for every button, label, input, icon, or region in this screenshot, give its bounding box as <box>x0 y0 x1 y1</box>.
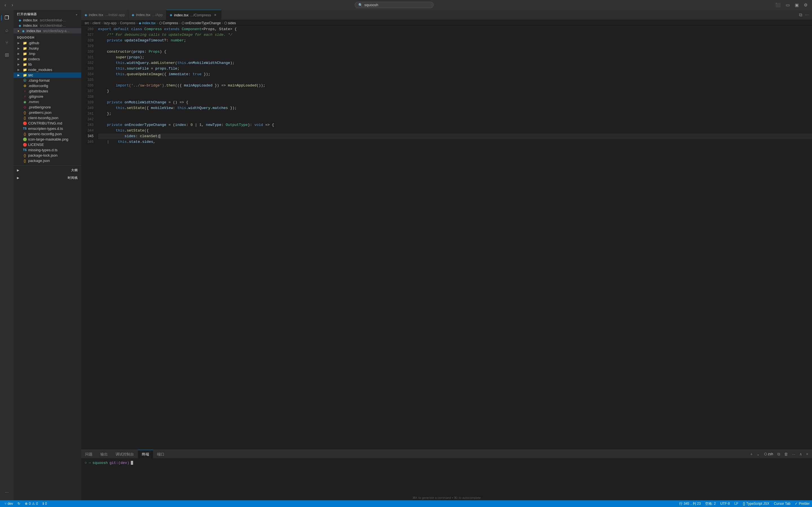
breadcrumb-sides[interactable]: ⬡ sides <box>224 21 236 25</box>
warning-count: 0 <box>36 502 38 506</box>
timeline-header[interactable]: ▶ 时间线 <box>13 173 81 181</box>
eol-status-item[interactable]: LF <box>732 500 741 507</box>
copy-icon: ❐ <box>4 15 9 21</box>
code-line: this.queueUpdateImage({ immediate: true … <box>98 71 812 77</box>
panel-tab-ports[interactable]: 端口 <box>153 450 168 458</box>
code-content[interactable]: export default class Compress extends Co… <box>96 26 812 450</box>
cursor-tab-status-item[interactable]: Cursor Tab <box>772 500 793 507</box>
tree-item-prettierrc[interactable]: {} .prettierrc.json <box>13 110 81 115</box>
titlebar-search[interactable]: 🔍 squoosh <box>355 2 434 8</box>
activity-explorer[interactable]: ❐ <box>1 12 12 23</box>
tree-item-generic-tsconfig[interactable]: {} generic-tsconfig.json <box>13 131 81 136</box>
panel-tab-output[interactable]: 输出 <box>96 450 112 458</box>
info-status-item[interactable]: ℹ 0 <box>40 500 49 507</box>
line-number: 343 <box>81 122 94 128</box>
tree-item-contributing[interactable]: 🔴 CONTRIBUTING.md <box>13 121 81 126</box>
tree-item-gitignore[interactable]: ⑂ .gitignore <box>13 94 81 99</box>
tree-item-src[interactable]: ▶ 📁 src <box>13 72 81 78</box>
code-line <box>98 77 812 83</box>
breadcrumb-compress-folder[interactable]: Compress <box>120 21 135 25</box>
open-editor-item[interactable]: ◈ index.tsx src/client/initial-... <box>13 23 81 28</box>
branch-status-item[interactable]: ⑂ dev <box>2 500 15 507</box>
panel-tab-problems[interactable]: 问题 <box>81 450 96 458</box>
add-terminal-button[interactable]: + <box>749 451 754 457</box>
collapse-icon: ⌄ <box>75 13 78 16</box>
folder-icon: 📁 <box>22 57 27 61</box>
spaces-status-item[interactable]: 空格: 2 <box>703 500 718 507</box>
more-actions-button[interactable]: ··· <box>804 11 810 18</box>
settings-button[interactable]: ⚙ <box>802 1 809 9</box>
tree-item-husky[interactable]: ▶ 📁 .husky <box>13 46 81 51</box>
tree-item-lib[interactable]: ▶ 📁 lib <box>13 62 81 67</box>
kill-terminal-button[interactable]: 🗑 <box>783 451 790 457</box>
panel-toggle-button[interactable]: ▣ <box>793 1 801 9</box>
sidebar-toggle-button[interactable]: ⬛ <box>774 1 782 9</box>
open-editor-item[interactable]: ◈ index.tsx src/client/initial-... <box>13 17 81 23</box>
tab-app[interactable]: ◈ index.tsx .../App <box>128 10 166 20</box>
line-col-status-item[interactable]: 行 345，列 23 <box>677 500 703 507</box>
tree-item-package-lock[interactable]: {} package-lock.json <box>13 153 81 158</box>
tab-compress[interactable]: ◈ index.tsx .../Compress × <box>166 10 221 20</box>
tree-item-nvmrc[interactable]: ◉ .nvmrc <box>13 99 81 105</box>
tree-item-github[interactable]: ▶ 📁 .github <box>13 40 81 46</box>
tree-item-missing-types[interactable]: TS missing-types.d.ts <box>13 147 81 153</box>
split-editor-button[interactable]: ⧉ <box>798 11 803 18</box>
panel-tab-terminal[interactable]: 终端 <box>138 450 153 458</box>
tree-item-node-modules[interactable]: ▶ 📁 node_modules <box>13 67 81 72</box>
open-editors-header[interactable]: 打开的编辑器 ⌄ <box>13 10 81 17</box>
sync-status-item[interactable]: ↻ <box>15 500 22 507</box>
tab-close-button[interactable]: × <box>213 12 218 17</box>
terminal-overflow-button[interactable]: ··· <box>791 451 797 457</box>
breadcrumb-client[interactable]: client <box>93 21 100 25</box>
close-panel-button[interactable]: × <box>805 451 810 457</box>
encoding-status-item[interactable]: UTF-8 <box>718 500 732 507</box>
sidebar-bottom: ▶ 大纲 ▶ 时间线 <box>13 166 81 181</box>
md-icon: 🔴 <box>22 121 27 125</box>
activity-search[interactable]: ⌕ <box>1 24 12 36</box>
activity-extensions[interactable]: ⊞ <box>1 49 12 61</box>
line-number: 335 <box>81 77 94 83</box>
tree-item-prettierignore[interactable]: ⊙ .prettierignore <box>13 105 81 110</box>
tree-item-editorconfig[interactable]: ⚙ .editorconfig <box>13 83 81 89</box>
breadcrumb-class[interactable]: ⬡ Compress <box>159 21 178 25</box>
tree-item-client-tsconfig[interactable]: {} client-tsconfig.json <box>13 115 81 121</box>
tree-item-codecs[interactable]: ▶ 📁 codecs <box>13 56 81 62</box>
breadcrumb-file[interactable]: ◈ index.tsx <box>139 21 156 25</box>
search-input[interactable]: squoosh <box>364 3 430 7</box>
breadcrumb-src[interactable]: src <box>85 21 89 25</box>
open-editor-item-active[interactable]: ● ◈ index.tsx src/client/lazy-a... <box>13 28 81 34</box>
tree-item-label: lib <box>28 62 32 66</box>
activity-source-control[interactable]: ⑂ <box>1 37 12 48</box>
panel-tab-actions: + ⌄ ⬡ zsh ⧉ 🗑 ··· ∧ × <box>749 451 812 457</box>
squoosh-section-header[interactable]: SQUOOSH <box>13 34 81 40</box>
tree-item-emscripten[interactable]: TS emscripten-types.d.ts <box>13 126 81 131</box>
split-terminal-button[interactable]: ⧉ <box>776 451 781 457</box>
forward-button[interactable]: › <box>10 1 15 9</box>
tree-item-gitattributes[interactable]: ⑂ .gitattributes <box>13 89 81 94</box>
tree-item-package[interactable]: {} package.json <box>13 158 81 163</box>
breadcrumb-method[interactable]: ⬡ onEncoderTypeChange <box>182 21 221 25</box>
line-number: 329 <box>81 43 94 49</box>
prettier-status-item[interactable]: ✓ Prettier <box>793 500 812 507</box>
nvmrc-icon: ◉ <box>22 100 27 104</box>
cursor-tab-text: Cursor Tab <box>774 502 790 506</box>
tree-item-clang[interactable]: ⦿ .clang-format <box>13 78 81 83</box>
maximize-panel-button[interactable]: ∧ <box>798 451 804 457</box>
tree-item-tmp[interactable]: ▶ 📁 .tmp <box>13 51 81 56</box>
tab-initial-app[interactable]: ◈ index.tsx .../initial-app <box>81 10 128 20</box>
terminal-more-button[interactable]: ⌄ <box>755 451 761 457</box>
code-editor[interactable]: 280 327 328 329 330 331 332 333 334 335 … <box>81 26 812 450</box>
outline-header[interactable]: ▶ 大纲 <box>13 166 81 173</box>
tree-item-icon-png[interactable]: 🟢 icon-large-maskable.png <box>13 136 81 142</box>
errors-status-item[interactable]: ⊗ 0 ⚠ 0 <box>22 500 40 507</box>
tree-item-license[interactable]: 🔴 LICENSE <box>13 142 81 147</box>
status-bar: ⑂ dev ↻ ⊗ 0 ⚠ 0 ℹ 0 行 345，列 23 空格: 2 UTF… <box>0 500 812 507</box>
panel-tab-debug[interactable]: 调试控制台 <box>112 450 138 458</box>
tsx-icon: ◈ <box>132 13 134 17</box>
language-status-item[interactable]: {} TypeScript JSX <box>741 500 772 507</box>
line-col-text: 行 345，列 23 <box>679 501 701 506</box>
layout-button[interactable]: ▭ <box>784 1 792 9</box>
activity-more[interactable]: ⋯ <box>1 487 12 498</box>
breadcrumb-lazy-app[interactable]: lazy-app <box>104 21 116 25</box>
back-button[interactable]: ‹ <box>3 1 8 9</box>
